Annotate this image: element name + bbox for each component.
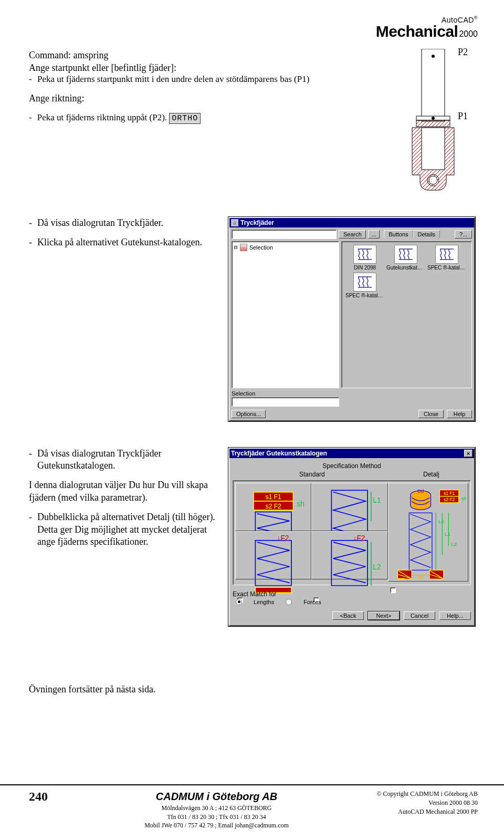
help-button[interactable]: Help... bbox=[439, 611, 471, 620]
col-detalj: Detalj bbox=[392, 470, 471, 480]
svg-text:↓F2: ↓F2 bbox=[277, 534, 289, 542]
svg-point-4 bbox=[432, 117, 435, 120]
section-3: Då visas dialogrutan Tryckfjäder Gutekun… bbox=[29, 448, 478, 626]
search-button[interactable]: Search bbox=[339, 230, 366, 238]
svg-rect-0 bbox=[422, 49, 445, 121]
svg-rect-5 bbox=[422, 128, 445, 170]
label-p1: P1 bbox=[458, 111, 468, 122]
col-standard: Standard bbox=[233, 470, 392, 480]
tree-item-label: Selection bbox=[249, 244, 273, 251]
dlg2-title: Tryckfjäder Gutekunstkatalogen bbox=[231, 450, 327, 457]
catalog-item[interactable]: SPEC ®-katalog A bbox=[345, 273, 385, 298]
svg-text:↓F2: ↓F2 bbox=[353, 534, 365, 542]
close-icon[interactable]: × bbox=[464, 450, 472, 457]
svg-text:Dd: Dd bbox=[417, 488, 424, 493]
spring-icon bbox=[435, 245, 458, 264]
catalog-item[interactable]: SPEC ®-katalog B bbox=[427, 245, 467, 271]
dialog-gutekunst: Tryckfjäder Gutekunstkatalogen × Specifi… bbox=[228, 448, 475, 626]
bullet-p2: Peka ut fjäderns riktning uppåt (P2). bbox=[37, 112, 167, 122]
command-line-1: Command: amspring bbox=[29, 49, 381, 61]
continue-text: Övningen fortsätter på nästa sida. bbox=[29, 684, 478, 695]
tree-panel[interactable]: ⊟ Selection bbox=[232, 241, 339, 388]
svg-rect-32 bbox=[409, 513, 432, 570]
cancel-button[interactable]: Cancel bbox=[404, 611, 435, 620]
bullet-click-gutekunst: Klicka på alternativet Gutekunst-katalog… bbox=[29, 236, 218, 248]
dlg2-titlebar[interactable]: Tryckfjäder Gutekunstkatalogen × bbox=[229, 449, 474, 458]
selection-field[interactable] bbox=[232, 397, 339, 407]
svg-point-1 bbox=[432, 55, 435, 58]
svg-text:L0: L0 bbox=[438, 518, 444, 524]
selection-icon bbox=[240, 244, 247, 251]
page-footer: 240 CADMUM i Göteborg AB Mölndalsvägen 3… bbox=[0, 784, 504, 829]
radio-lengths-label: Lengths bbox=[254, 599, 274, 605]
svg-rect-3 bbox=[416, 120, 450, 127]
damper-figure: P2 P1 bbox=[407, 49, 465, 196]
brand-reg: ® bbox=[474, 15, 478, 20]
command-line-2: Ange startpunkt eller [befintlig fjäder]… bbox=[29, 61, 381, 74]
label-p2: P2 bbox=[458, 47, 468, 58]
tree-item-selection[interactable]: ⊟ Selection bbox=[234, 244, 337, 251]
catalog-item-label: DIN 2098 bbox=[345, 265, 384, 271]
catalog-item-label: SPEC ®-katalog A bbox=[345, 293, 384, 298]
search-input[interactable] bbox=[232, 230, 337, 239]
para-choose: I denna dialogrutan väljer Du hur Du vil… bbox=[29, 479, 218, 504]
spring-icon bbox=[394, 245, 417, 264]
bullet-dblclick-detalj: Dubbelklicka på alternativet Detalj (til… bbox=[29, 511, 218, 548]
spec-option[interactable]: ↓F2 bbox=[235, 531, 311, 579]
bullet-dlg2-shown: Då visas dialogrutan Tryckfjäder Gutekun… bbox=[29, 448, 218, 472]
spec-grid: s1 F1 s2 F2 sh bbox=[233, 480, 471, 585]
dlg1-app-icon: ⌂ bbox=[231, 219, 238, 226]
ortho-badge: ORTHO bbox=[169, 113, 201, 124]
dlg2-subtitle: Specification Method bbox=[233, 462, 471, 470]
footer-address: Mölndalsvägen 30 A ; 412 63 GÖTEBORG bbox=[76, 804, 357, 812]
svg-text:sh: sh bbox=[461, 495, 466, 501]
svg-text:s2  F2: s2 F2 bbox=[444, 497, 455, 502]
help-button[interactable]: Help bbox=[447, 410, 472, 418]
selection-label: Selection bbox=[232, 390, 472, 397]
catalog-item[interactable]: Gutekunstkatalo... bbox=[386, 245, 426, 271]
tab-buttons[interactable]: Buttons bbox=[384, 230, 413, 238]
svg-text:sh: sh bbox=[297, 500, 304, 508]
tab-details[interactable]: Details bbox=[413, 230, 440, 238]
browse-button[interactable]: ... bbox=[368, 230, 380, 238]
footer-copyright: © Copyright CADMUM i Göteborg AB bbox=[357, 790, 478, 798]
svg-text:L2: L2 bbox=[451, 541, 457, 547]
brand-header: AutoCAD® Mechanical2000 bbox=[29, 16, 478, 39]
section-1: Command: amspring Ange startpunkt eller … bbox=[29, 49, 478, 196]
dlg1-titlebar[interactable]: ⌂ Tryckfjäder bbox=[229, 218, 474, 227]
svg-text:s1  F1: s1 F1 bbox=[266, 493, 281, 501]
spec-option[interactable]: s1 F1 s2 F2 sh bbox=[235, 483, 311, 531]
dialog-tryckfjader: ⌂ Tryckfjäder Search ... Buttons Details… bbox=[228, 217, 475, 421]
svg-text:s1  F1: s1 F1 bbox=[444, 491, 455, 496]
brand-year: 2000 bbox=[459, 29, 478, 38]
catalog-grid: DIN 2098 Gutekunstkatalo... SPEC ®-katal… bbox=[341, 241, 472, 388]
bullet-dlg-shown: Då visas dialogrutan Tryckfjäder. bbox=[29, 217, 218, 229]
spec-option-detalj[interactable]: Dd s1 F1 s2 F2 sh bbox=[388, 483, 468, 582]
back-button[interactable]: <Back bbox=[332, 611, 364, 620]
radio-forces[interactable] bbox=[286, 599, 292, 605]
svg-point-8 bbox=[429, 176, 437, 184]
footer-company: CADMUM i Göteborg AB bbox=[76, 790, 357, 804]
radio-lengths[interactable] bbox=[236, 599, 242, 605]
svg-text:L2: L2 bbox=[373, 563, 381, 571]
bullet-p1: Peka ut fjäderns startpunkt mitt i den u… bbox=[29, 74, 381, 85]
help-small-button[interactable]: ?... bbox=[455, 230, 472, 238]
footer-mobile: Mobil JWe 070 / 757 42 79 ; Email johan@… bbox=[76, 821, 357, 829]
close-button[interactable]: Close bbox=[418, 410, 444, 418]
next-button[interactable]: Next> bbox=[368, 611, 400, 620]
damper-svg bbox=[407, 49, 465, 196]
footer-phone: Tfn 031 / 83 20 30 ; Tfx 031 / 83 20 34 bbox=[76, 813, 357, 821]
svg-text:s2  F2: s2 F2 bbox=[266, 502, 281, 510]
spring-icon bbox=[353, 273, 376, 292]
checkbox[interactable] bbox=[390, 587, 396, 593]
brand-main: Mechanical bbox=[376, 23, 458, 40]
footer-product: AutoCAD Mechanical 2000 PP bbox=[357, 807, 478, 816]
spec-option[interactable]: L1 bbox=[311, 483, 387, 531]
spec-option[interactable]: ↓F2 L2 bbox=[311, 531, 387, 579]
footer-version: Version 2000 08 30 bbox=[357, 798, 478, 807]
options-button[interactable]: Options... bbox=[232, 410, 266, 418]
dlg1-title: Tryckfjäder bbox=[240, 219, 274, 226]
catalog-item-label: SPEC ®-katalog B bbox=[427, 265, 466, 271]
catalog-item[interactable]: DIN 2098 bbox=[345, 245, 385, 271]
page-number: 240 bbox=[29, 790, 76, 804]
